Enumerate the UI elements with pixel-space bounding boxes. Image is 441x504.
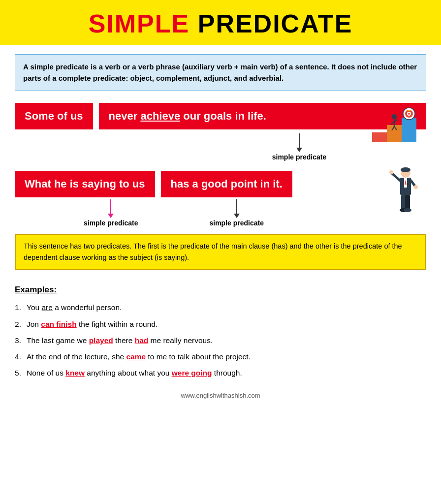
title-simple: SIMPLE: [89, 9, 190, 38]
ex5-after: through.: [212, 369, 242, 377]
example2-predicate: has a good point in it.: [161, 171, 292, 197]
svg-rect-2: [402, 118, 416, 142]
example1-block: Some of us never achieve our goals in li…: [15, 103, 426, 161]
svg-point-20: [389, 170, 393, 174]
predicate-after: our goals in life.: [180, 110, 266, 122]
note-box: This sentence has two predicates. The fi…: [15, 234, 426, 270]
example2-illustration: [387, 166, 421, 222]
example2-label1: simple predicate: [84, 219, 138, 227]
ex2-verb: can finish: [41, 320, 76, 328]
examples-title: Examples:: [15, 285, 426, 295]
example1-label: simple predicate: [272, 153, 327, 161]
footer-text: www.englishwithashish.com: [181, 392, 260, 399]
example2-block: What he is saying to us has a good point…: [15, 171, 426, 227]
example2-arrow2: [236, 199, 237, 214]
example1-arrow: [299, 133, 300, 148]
ex3-verb2: had: [135, 336, 149, 345]
title-predicate: PREDICATE: [198, 9, 353, 38]
ex5-before: None of us: [27, 369, 65, 377]
predicate-before: never: [109, 110, 141, 122]
subject2-underlined: is saying: [70, 178, 116, 190]
ex3-after: me really nervous.: [148, 336, 213, 345]
ex1-before: You: [27, 303, 41, 312]
predicate2-after: a good point in it.: [189, 178, 282, 190]
ex4-before: At the end of the lecture, she: [27, 352, 126, 361]
ex2-before: Jon: [27, 320, 41, 328]
example1-subject: Some of us: [15, 103, 93, 129]
page-header: SIMPLE PREDICATE: [0, 0, 441, 45]
list-item: At the end of the lecture, she came to m…: [15, 351, 426, 362]
example2-sentence-row: What he is saying to us has a good point…: [15, 171, 426, 197]
svg-point-8: [392, 114, 397, 119]
ex4-verb: came: [126, 352, 146, 361]
svg-rect-1: [387, 125, 402, 142]
ex3-mid: there: [113, 336, 135, 345]
list-item: You are a wonderful person.: [15, 302, 426, 313]
main-content: A simple predicate is a verb or a verb p…: [0, 45, 441, 414]
example1-sentence-row: Some of us never achieve our goals in li…: [15, 103, 426, 129]
subject2-before: What he: [25, 178, 70, 190]
examples-list: You are a wonderful person. Jon can fini…: [15, 302, 426, 378]
svg-point-6: [408, 113, 410, 115]
svg-point-22: [414, 185, 418, 189]
ex5-verb2: were going: [172, 369, 212, 377]
example2-subject: What he is saying to us: [15, 171, 155, 197]
ex4-after: to me to talk about the project.: [146, 352, 251, 361]
svg-rect-24: [405, 195, 410, 210]
examples-section: Examples: You are a wonderful person. Jo…: [15, 285, 426, 378]
ex5-mid: anything about what you: [85, 369, 172, 377]
footer: www.englishwithashish.com: [15, 384, 426, 404]
note-text: This sentence has two predicates. The fi…: [24, 242, 402, 261]
example2-label2: simple predicate: [210, 219, 264, 227]
list-item: None of us knew anything about what you …: [15, 367, 426, 378]
ex1-verb: are: [41, 303, 52, 312]
svg-line-19: [392, 173, 400, 181]
subject2-after: to us: [116, 178, 145, 190]
ex3-before: The last game we: [27, 336, 89, 345]
example2-arrow1: [110, 199, 111, 214]
definition-box: A simple predicate is a verb or a verb p…: [15, 54, 426, 91]
svg-point-15: [401, 167, 410, 172]
example1-illustration: [367, 103, 421, 149]
svg-rect-0: [372, 132, 387, 142]
ex5-verb1: knew: [65, 369, 85, 377]
svg-rect-7: [408, 110, 410, 111]
ex3-verb1: played: [89, 336, 113, 345]
ex2-after: the fight within a round.: [77, 320, 158, 328]
svg-point-26: [404, 208, 411, 212]
list-item: The last game we played there had me rea…: [15, 335, 426, 346]
ex1-after: a wonderful person.: [53, 303, 122, 312]
predicate-underlined: achieve: [140, 110, 180, 122]
list-item: Jon can finish the fight within a round.: [15, 318, 426, 330]
page-title: SIMPLE PREDICATE: [10, 9, 431, 38]
predicate2-underlined: has: [171, 178, 189, 190]
definition-text: A simple predicate is a verb or a verb p…: [23, 63, 417, 82]
